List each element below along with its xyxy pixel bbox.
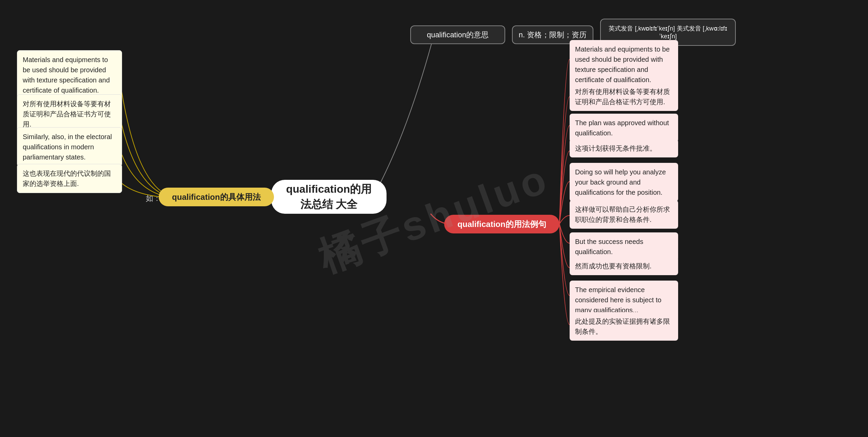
left-main-label: qualification的具体用法 xyxy=(172,192,260,203)
right-card-9: 此处提及的实验证据拥有诸多限制条件。 xyxy=(570,312,678,341)
right-card-4: Doing so will help you analyze your back… xyxy=(570,163,678,202)
right-main-label: qualification的用法例句 xyxy=(457,219,546,230)
right-card-5: 这样做可以帮助自己分析你所求职职位的背景和合格条件. xyxy=(570,200,678,229)
right-card-0: Materials and equipments to be used shou… xyxy=(570,40,678,89)
right-card-2: The plan was approved without qualificat… xyxy=(570,114,678,142)
right-main-node: qualification的用法例句 xyxy=(444,215,559,233)
meaning-node: qualification的意思 xyxy=(410,25,505,44)
meaning-label: qualification的意思 xyxy=(427,30,489,40)
pronunciation-text: 英式发音 [ˌkwɒlɪfɪˈkeɪʃn] 美式发音 [ˌkwɑːlɪfɪˈke… xyxy=(604,24,732,40)
right-card-1: 对所有使用材料设备等要有材质证明和产品合格证书方可使用. xyxy=(570,82,678,111)
center-label: qualification的用法总结 大全 xyxy=(285,182,373,212)
meaning-value: n. 资格；限制；资历 xyxy=(519,30,587,40)
left-main-node: qualification的具体用法 xyxy=(159,188,274,206)
center-node: qualification的用法总结 大全 xyxy=(271,180,387,214)
left-card-0: Materials and equipments to be used shou… xyxy=(17,50,122,100)
right-card-3: 这项计划获得无条件批准。 xyxy=(570,139,678,157)
left-card-2: Similarly, also, in the electoral qualif… xyxy=(17,127,122,167)
right-card-7: 然而成功也要有资格限制. xyxy=(570,257,678,275)
left-card-3: 这也表现在现代的代议制的国家的选举资格上面. xyxy=(17,164,122,193)
